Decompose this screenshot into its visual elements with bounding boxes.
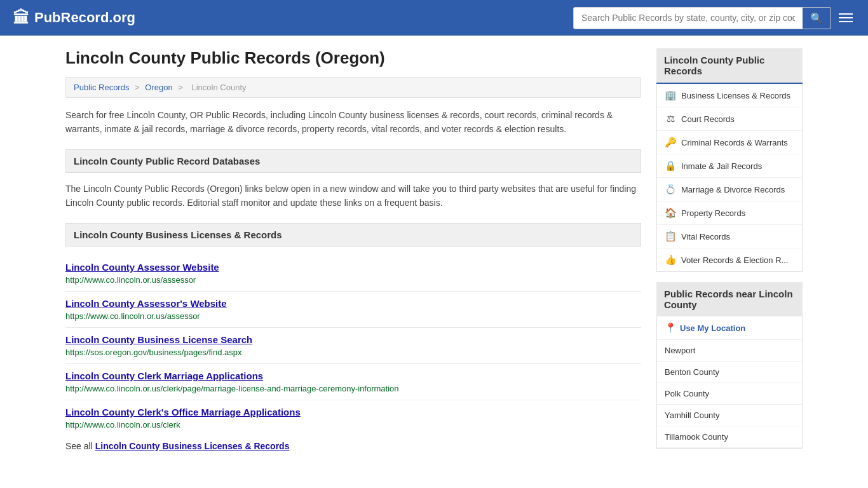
sidebar-records-heading: Lincoln County Public Records xyxy=(656,48,803,84)
nearby-label-1: Newport xyxy=(665,346,695,355)
record-url-0: http://www.co.lincoln.or.us/assessor xyxy=(65,275,196,285)
sidebar-nearby-item-0[interactable]: 📍Use My Location xyxy=(657,316,802,340)
sidebar-nav-icon-2: 🔑 xyxy=(665,137,676,148)
nearby-label-0: Use My Location xyxy=(680,323,745,333)
sidebar-nav-icon-0: 🏢 xyxy=(665,90,676,101)
sidebar-nav-icon-7: 👍 xyxy=(665,254,676,266)
sidebar-nav-item-3[interactable]: 🔒 Inmate & Jail Records xyxy=(657,154,802,178)
page-title: Lincoln County Public Records (Oregon) xyxy=(65,48,641,68)
record-url-3: http://www.co.lincoln.or.us/clerk/page/m… xyxy=(65,384,399,393)
menu-button[interactable] xyxy=(836,11,855,25)
nearby-label-5: Tillamook County xyxy=(665,432,728,442)
sidebar-nav-item-0[interactable]: 🏢 Business Licenses & Records xyxy=(657,84,802,107)
record-item: Lincoln County Clerk's Office Marriage A… xyxy=(65,400,641,436)
sidebar-nearby-item-5[interactable]: Tillamook County xyxy=(657,426,802,448)
sidebar-nav-icon-3: 🔒 xyxy=(665,160,676,172)
record-link-1[interactable]: Lincoln County Assessor's Website xyxy=(65,298,641,309)
records-list: Lincoln County Assessor Website http://w… xyxy=(65,255,641,436)
sidebar-nearby-item-3[interactable]: Polk County xyxy=(657,383,802,405)
logo-text: PubRecord.org xyxy=(34,10,135,26)
sidebar: Lincoln County Public Records 🏢 Business… xyxy=(656,48,803,451)
sidebar-nav-item-6[interactable]: 📋 Vital Records xyxy=(657,225,802,248)
breadcrumb-lincoln-county: Lincoln County xyxy=(192,83,247,92)
breadcrumb-public-records[interactable]: Public Records xyxy=(74,83,129,92)
sidebar-nav-label-6: Vital Records xyxy=(681,232,730,241)
sidebar-nav-label-7: Voter Records & Election R... xyxy=(681,255,788,265)
record-url-4: http://www.co.lincoln.or.us/clerk xyxy=(65,420,180,430)
record-url-2: https://sos.oregon.gov/business/pages/fi… xyxy=(65,348,242,357)
record-item: Lincoln County Clerk Marriage Applicatio… xyxy=(65,364,641,400)
breadcrumb-sep-1: > xyxy=(135,83,140,92)
sidebar-nav-label-5: Property Records xyxy=(681,208,745,218)
sidebar-nearby-item-4[interactable]: Yamhill County xyxy=(657,405,802,426)
breadcrumb-sep-2: > xyxy=(178,83,183,92)
record-link-2[interactable]: Lincoln County Business License Search xyxy=(65,334,641,345)
header: 🏛 PubRecord.org 🔍 xyxy=(0,0,868,36)
sidebar-nav-item-7[interactable]: 👍 Voter Records & Election R... xyxy=(657,248,802,271)
sidebar-nav-label-1: Court Records xyxy=(681,114,735,124)
sidebar-nav-item-2[interactable]: 🔑 Criminal Records & Warrants xyxy=(657,131,802,154)
record-item: Lincoln County Assessor Website http://w… xyxy=(65,255,641,292)
sidebar-nav-icon-6: 📋 xyxy=(665,231,676,242)
nearby-label-3: Polk County xyxy=(665,389,709,398)
record-item: Lincoln County Business License Search h… xyxy=(65,328,641,364)
record-url-1: https://www.co.lincoln.or.us/assessor xyxy=(65,311,200,321)
breadcrumb: Public Records > Oregon > Lincoln County xyxy=(65,77,641,98)
sidebar-nav-item-1[interactable]: ⚖ Court Records xyxy=(657,107,802,131)
sidebar-records-section: Lincoln County Public Records 🏢 Business… xyxy=(656,48,803,272)
sidebar-nav-label-0: Business Licenses & Records xyxy=(681,91,790,100)
record-link-3[interactable]: Lincoln County Clerk Marriage Applicatio… xyxy=(65,370,641,381)
sidebar-nav-icon-1: ⚖ xyxy=(665,113,676,125)
logo-icon: 🏛 xyxy=(13,8,29,28)
breadcrumb-oregon[interactable]: Oregon xyxy=(145,83,172,92)
record-item: Lincoln County Assessor's Website https:… xyxy=(65,292,641,328)
sidebar-nearby-item-2[interactable]: Benton County xyxy=(657,362,802,383)
intro-text: Search for free Lincoln County, OR Publi… xyxy=(65,108,641,137)
nearby-label-2: Benton County xyxy=(665,367,719,377)
logo[interactable]: 🏛 PubRecord.org xyxy=(13,8,135,28)
sidebar-nav-label-4: Marriage & Divorce Records xyxy=(681,185,785,194)
see-all-link[interactable]: Lincoln County Business Licenses & Recor… xyxy=(95,441,290,451)
sidebar-nav-item-5[interactable]: 🏠 Property Records xyxy=(657,201,802,225)
databases-text: The Lincoln County Public Records (Orego… xyxy=(65,182,641,210)
sidebar-nearby-item-1[interactable]: Newport xyxy=(657,340,802,362)
business-heading: Lincoln County Business Licenses & Recor… xyxy=(65,223,641,247)
nearby-label-4: Yamhill County xyxy=(665,410,719,420)
databases-heading: Lincoln County Public Record Databases xyxy=(65,149,641,173)
sidebar-nearby-heading: Public Records near Lincoln County xyxy=(656,282,803,316)
sidebar-nav-item-4[interactable]: 💍 Marriage & Divorce Records xyxy=(657,178,802,201)
sidebar-nearby-list: 📍Use My LocationNewportBenton CountyPolk… xyxy=(656,316,803,449)
location-icon: 📍 xyxy=(665,322,676,334)
record-link-4[interactable]: Lincoln County Clerk's Office Marriage A… xyxy=(65,407,641,417)
sidebar-nav-label-2: Criminal Records & Warrants xyxy=(681,138,788,147)
sidebar-nav-icon-5: 🏠 xyxy=(665,207,676,219)
sidebar-nav-icon-4: 💍 xyxy=(665,184,676,195)
search-bar: 🔍 xyxy=(573,7,831,29)
search-button[interactable]: 🔍 xyxy=(803,8,831,29)
see-all-text: See all Lincoln County Business Licenses… xyxy=(65,441,641,451)
sidebar-nav: 🏢 Business Licenses & Records ⚖ Court Re… xyxy=(656,84,803,272)
main-content: Lincoln County Public Records (Oregon) P… xyxy=(65,48,641,451)
search-input[interactable] xyxy=(574,8,803,27)
sidebar-nearby-section: Public Records near Lincoln County 📍Use … xyxy=(656,282,803,449)
page-container: Lincoln County Public Records (Oregon) P… xyxy=(53,36,815,464)
header-right: 🔍 xyxy=(573,7,855,29)
see-all-prefix: See all xyxy=(65,441,95,451)
sidebar-nav-label-3: Inmate & Jail Records xyxy=(681,161,762,171)
record-link-0[interactable]: Lincoln County Assessor Website xyxy=(65,262,641,273)
